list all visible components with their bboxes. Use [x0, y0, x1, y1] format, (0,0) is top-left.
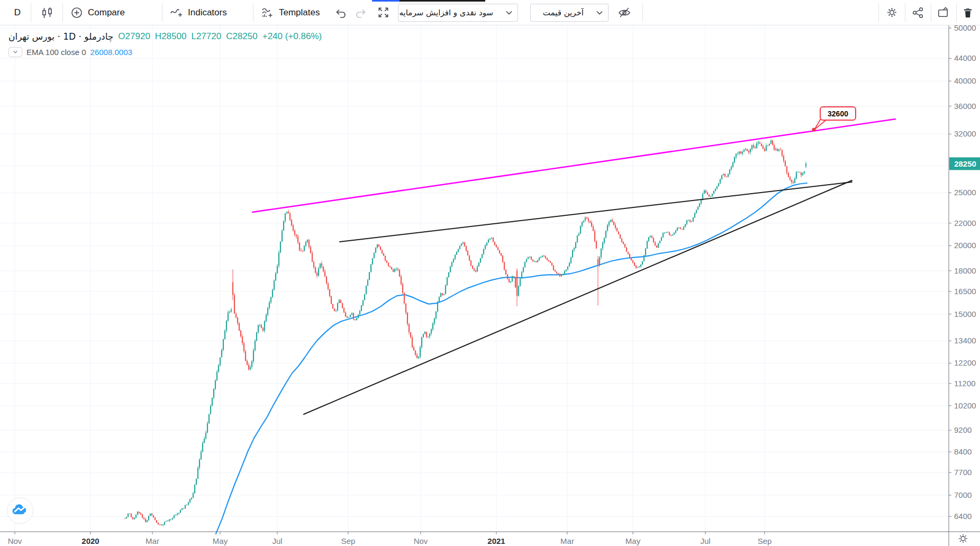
price-axis-label: 25000: [954, 188, 976, 197]
templates-icon: [260, 5, 275, 20]
time-axis-label: Sep: [758, 536, 772, 545]
snapshot-icon: [936, 5, 950, 20]
undo-button[interactable]: [332, 0, 349, 25]
price-axis-label: 11200: [954, 379, 976, 388]
fullscreen-button[interactable]: [374, 0, 393, 25]
price-mode-value: آخرین قیمت: [531, 8, 590, 17]
platform-logo[interactable]: [7, 497, 33, 524]
share-icon: [911, 6, 925, 20]
delete-button[interactable]: [957, 0, 979, 25]
loading-bar-progress: [372, 0, 400, 2]
price-axis-label: 10200: [954, 401, 976, 410]
time-axis-label: 2021: [487, 536, 505, 545]
templates-label: Templates: [279, 7, 320, 18]
ohlc-open: O27920: [118, 31, 150, 42]
chevron-down-icon: [590, 8, 608, 17]
corporate-events-value: سود نقدی و افزایش سرمایه: [398, 8, 500, 17]
indicator-value: 26008.0003: [90, 48, 132, 57]
callout-label: 32600: [828, 110, 848, 118]
time-axis-label: Mar: [146, 536, 159, 545]
time-axis-label: Nov: [8, 536, 22, 545]
trading-app: { "toolbar": { "timeframe_label": "D", "…: [0, 0, 980, 546]
price-axis-label: 7700: [954, 468, 972, 477]
wedge-upper-black-trendline: [340, 182, 852, 242]
indicators-icon: [169, 5, 184, 20]
time-axis-label: May: [213, 536, 228, 545]
gear-icon: [885, 5, 899, 20]
symbol-title[interactable]: چادرملو · 1D · بورس تهران: [8, 31, 113, 42]
time-axis-label: May: [625, 536, 641, 545]
undo-icon: [334, 6, 348, 20]
hide-drawings-button[interactable]: [614, 0, 635, 25]
corporate-events-dropdown[interactable]: سود نقدی و افزایش سرمایه: [398, 4, 518, 22]
price-axis-label: 40000: [954, 76, 976, 85]
time-axis-label: Mar: [560, 536, 574, 545]
callout-dot: [812, 128, 816, 132]
time-axis-label: Nov: [414, 536, 428, 545]
timeframe-label: D: [14, 7, 21, 18]
indicator-collapse-button[interactable]: [8, 47, 22, 57]
chart-style-button[interactable]: [37, 0, 57, 25]
price-axis-label: 9200: [954, 425, 972, 434]
price-change: +240 (+0.86%): [262, 31, 322, 42]
share-button[interactable]: [906, 0, 930, 25]
snapshot-button[interactable]: [931, 0, 955, 25]
time-axis-label: Jul: [272, 536, 282, 545]
chart-legend: چادرملو · 1D · بورس تهران O27920 H28500 …: [8, 30, 322, 57]
area-chart-icon: [12, 502, 29, 519]
compare-button[interactable]: Compare: [70, 0, 125, 25]
price-axis-label: 44000: [954, 53, 976, 62]
compare-label: Compare: [88, 7, 125, 18]
time-axis-label: Jul: [700, 536, 710, 545]
settings-button[interactable]: [879, 0, 904, 25]
last-price-value: 28250: [954, 159, 976, 168]
time-axis-label: 2020: [81, 536, 99, 545]
price-axis-label: 12200: [954, 358, 976, 367]
compare-plus-icon: [70, 6, 84, 20]
ohlc-close: C28250: [226, 31, 258, 42]
price-axis-label: 18000: [954, 266, 976, 275]
ema-line: [216, 183, 807, 534]
indicator-name[interactable]: EMA 100 close 0: [26, 48, 86, 57]
eye-slash-icon: [617, 5, 632, 20]
redo-icon: [354, 6, 368, 20]
time-axis-label: Sep: [341, 536, 356, 545]
price-axis-label: 32000: [954, 129, 976, 138]
fullscreen-icon: [376, 5, 391, 20]
timeframe-button[interactable]: D: [8, 0, 26, 25]
price-axis-label: 15000: [954, 310, 976, 319]
price-axis-label: 20000: [954, 241, 976, 250]
indicators-button[interactable]: Indicators: [169, 0, 227, 25]
ohlc-low: L27720: [191, 31, 221, 42]
price-axis-label: 16500: [954, 287, 976, 296]
price-axis-label: 7000: [954, 490, 972, 499]
chevron-down-icon: [500, 8, 518, 17]
loading-bar-track: [400, 0, 485, 2]
price-axis-label: 22000: [954, 219, 976, 228]
candles-layer: [124, 139, 806, 526]
price-axis-label: 36000: [954, 102, 976, 111]
trash-icon: [961, 6, 974, 19]
redo-button[interactable]: [352, 0, 369, 25]
wedge-lower-black-trendline: [304, 180, 852, 414]
toolbar: D Compare: [0, 0, 980, 25]
indicators-label: Indicators: [188, 7, 227, 18]
price-chart-canvas[interactable]: 3260050000440004000036000320002500022000…: [0, 0, 980, 546]
price-axis-label: 6400: [954, 512, 972, 521]
ohlc-high: H28500: [155, 31, 187, 42]
templates-button[interactable]: Templates: [260, 0, 320, 25]
price-axis-label: 13400: [954, 336, 976, 345]
candlestick-icon: [40, 6, 54, 20]
price-mode-dropdown[interactable]: آخرین قیمت: [530, 4, 609, 22]
sun-icon[interactable]: [959, 534, 967, 543]
price-axis-label: 8400: [954, 447, 972, 456]
